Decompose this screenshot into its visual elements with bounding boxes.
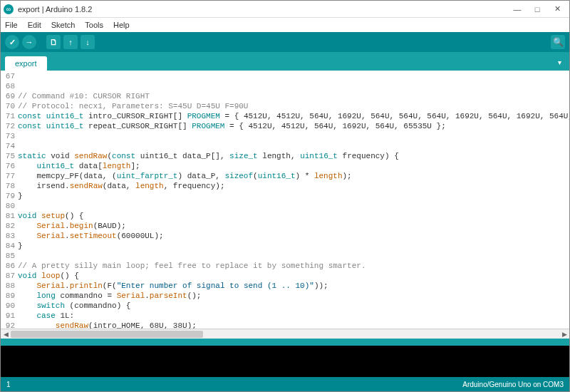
menubar: File Edit Sketch Tools Help	[1, 18, 569, 32]
app-icon: ∞	[4, 4, 14, 14]
maximize-button[interactable]: □	[532, 4, 542, 14]
menu-help[interactable]: Help	[112, 19, 131, 31]
arrow-down-icon: ↓	[86, 38, 90, 46]
arrow-up-icon: ↑	[68, 38, 73, 46]
minimize-button[interactable]: —	[512, 4, 522, 14]
chevron-down-icon: ▾	[558, 58, 561, 66]
status-board: Arduino/Genuino Uno on COM3	[462, 381, 564, 388]
menu-edit[interactable]: Edit	[26, 19, 43, 31]
titlebar: ∞ export | Arduino 1.8.2 — □ ✕	[1, 1, 569, 18]
serial-monitor-button[interactable]: 🔍	[551, 35, 565, 49]
message-bar	[1, 339, 569, 346]
menu-tools[interactable]: Tools	[83, 19, 105, 31]
file-icon: 🗋	[50, 38, 58, 46]
close-button[interactable]: ✕	[552, 4, 562, 14]
open-button[interactable]: ↑	[63, 35, 78, 49]
new-button[interactable]: 🗋	[46, 35, 61, 49]
arrow-right-icon: →	[26, 38, 33, 46]
horizontal-scrollbar[interactable]: ◀ ▶	[1, 329, 569, 339]
scroll-left-icon[interactable]: ◀	[1, 329, 11, 339]
scroll-thumb[interactable]	[11, 331, 203, 338]
scroll-right-icon[interactable]: ▶	[559, 329, 569, 339]
status-line: 1	[6, 381, 462, 388]
statusbar: 1 Arduino/Genuino Uno on COM3	[1, 377, 569, 391]
code-editor[interactable]: 67 68 69 70 71 72 73 74 75 76 77 78 79 8…	[1, 71, 569, 329]
tab-export[interactable]: export	[5, 56, 47, 71]
upload-button[interactable]: →	[22, 35, 36, 49]
save-button[interactable]: ↓	[81, 35, 95, 49]
toolbar: ✓ → 🗋 ↑ ↓ 🔍	[1, 32, 569, 52]
line-gutter: 67 68 69 70 71 72 73 74 75 76 77 78 79 8…	[1, 71, 18, 329]
tab-menu-button[interactable]: ▾	[554, 56, 565, 68]
verify-button[interactable]: ✓	[5, 35, 19, 49]
console-output[interactable]	[1, 346, 569, 377]
menu-file[interactable]: File	[4, 19, 19, 31]
magnifier-icon: 🔍	[553, 37, 564, 47]
code-area[interactable]: // Command #10: CURSOR RIGHT // Protocol…	[18, 71, 569, 329]
tabbar: export ▾	[1, 52, 569, 71]
scroll-track[interactable]	[11, 329, 559, 339]
menu-sketch[interactable]: Sketch	[50, 19, 77, 31]
check-icon: ✓	[9, 38, 16, 47]
window-title: export | Arduino 1.8.2	[18, 5, 512, 14]
